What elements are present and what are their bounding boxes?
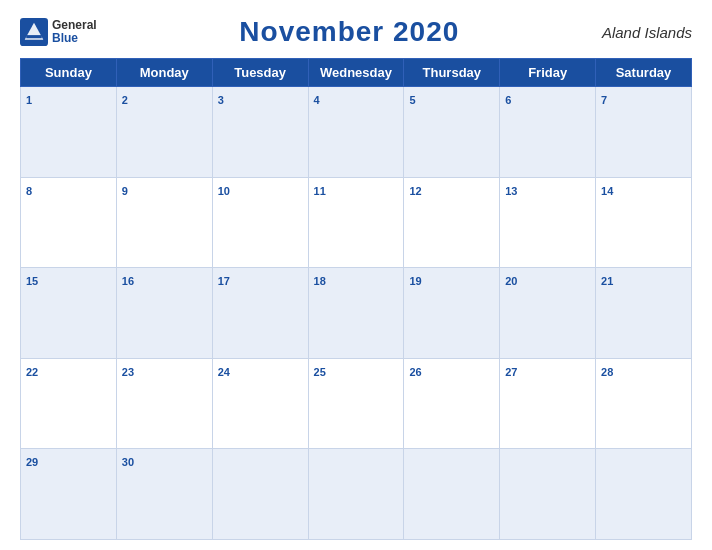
logo-blue-label: Blue [52, 32, 97, 45]
calendar-cell: 22 [21, 358, 117, 449]
day-number: 21 [601, 275, 613, 287]
calendar-cell: 18 [308, 268, 404, 359]
weekday-tuesday: Tuesday [212, 59, 308, 87]
day-number: 30 [122, 456, 134, 468]
calendar-cell: 15 [21, 268, 117, 359]
calendar-cell [308, 449, 404, 540]
day-number: 2 [122, 94, 128, 106]
calendar-cell: 10 [212, 177, 308, 268]
day-number: 3 [218, 94, 224, 106]
week-row-3: 15161718192021 [21, 268, 692, 359]
week-row-4: 22232425262728 [21, 358, 692, 449]
day-number: 8 [26, 185, 32, 197]
calendar-cell: 6 [500, 87, 596, 178]
day-number: 10 [218, 185, 230, 197]
calendar-cell: 4 [308, 87, 404, 178]
calendar-cell: 14 [596, 177, 692, 268]
calendar-table: SundayMondayTuesdayWednesdayThursdayFrid… [20, 58, 692, 540]
calendar-cell: 13 [500, 177, 596, 268]
logo: General Blue [20, 18, 97, 46]
calendar-body: 1234567891011121314151617181920212223242… [21, 87, 692, 540]
calendar-header: General Blue November 2020 Aland Islands [20, 10, 692, 52]
calendar-cell: 1 [21, 87, 117, 178]
weekday-thursday: Thursday [404, 59, 500, 87]
day-number: 22 [26, 366, 38, 378]
general-blue-logo-icon [20, 18, 48, 46]
day-number: 11 [314, 185, 326, 197]
day-number: 25 [314, 366, 326, 378]
calendar-cell: 24 [212, 358, 308, 449]
calendar-cell: 12 [404, 177, 500, 268]
calendar-cell: 2 [116, 87, 212, 178]
day-number: 23 [122, 366, 134, 378]
day-number: 27 [505, 366, 517, 378]
calendar-cell: 9 [116, 177, 212, 268]
day-number: 7 [601, 94, 607, 106]
day-number: 14 [601, 185, 613, 197]
calendar-cell: 11 [308, 177, 404, 268]
week-row-1: 1234567 [21, 87, 692, 178]
weekday-saturday: Saturday [596, 59, 692, 87]
day-number: 4 [314, 94, 320, 106]
month-title: November 2020 [239, 16, 459, 48]
day-number: 13 [505, 185, 517, 197]
weekday-friday: Friday [500, 59, 596, 87]
calendar-cell: 20 [500, 268, 596, 359]
calendar-cell: 21 [596, 268, 692, 359]
day-number: 19 [409, 275, 421, 287]
day-number: 12 [409, 185, 421, 197]
calendar-cell: 26 [404, 358, 500, 449]
day-number: 20 [505, 275, 517, 287]
calendar-cell: 16 [116, 268, 212, 359]
day-number: 18 [314, 275, 326, 287]
day-number: 5 [409, 94, 415, 106]
day-number: 28 [601, 366, 613, 378]
day-number: 15 [26, 275, 38, 287]
calendar-cell: 17 [212, 268, 308, 359]
calendar-cell: 5 [404, 87, 500, 178]
weekday-monday: Monday [116, 59, 212, 87]
calendar-cell: 25 [308, 358, 404, 449]
logo-text: General Blue [52, 19, 97, 45]
day-number: 26 [409, 366, 421, 378]
day-number: 1 [26, 94, 32, 106]
svg-rect-2 [26, 35, 42, 38]
calendar-cell: 3 [212, 87, 308, 178]
calendar-cell: 23 [116, 358, 212, 449]
day-number: 6 [505, 94, 511, 106]
calendar-cell: 27 [500, 358, 596, 449]
week-row-5: 2930 [21, 449, 692, 540]
week-row-2: 891011121314 [21, 177, 692, 268]
calendar-cell [404, 449, 500, 540]
calendar-cell [212, 449, 308, 540]
day-number: 16 [122, 275, 134, 287]
weekday-sunday: Sunday [21, 59, 117, 87]
calendar-cell: 30 [116, 449, 212, 540]
weekday-header-row: SundayMondayTuesdayWednesdayThursdayFrid… [21, 59, 692, 87]
calendar-cell: 19 [404, 268, 500, 359]
day-number: 24 [218, 366, 230, 378]
calendar-cell: 28 [596, 358, 692, 449]
calendar-cell: 8 [21, 177, 117, 268]
day-number: 17 [218, 275, 230, 287]
region-label: Aland Islands [602, 24, 692, 41]
calendar-cell [596, 449, 692, 540]
day-number: 9 [122, 185, 128, 197]
weekday-wednesday: Wednesday [308, 59, 404, 87]
calendar-cell: 29 [21, 449, 117, 540]
calendar-cell [500, 449, 596, 540]
calendar-cell: 7 [596, 87, 692, 178]
day-number: 29 [26, 456, 38, 468]
